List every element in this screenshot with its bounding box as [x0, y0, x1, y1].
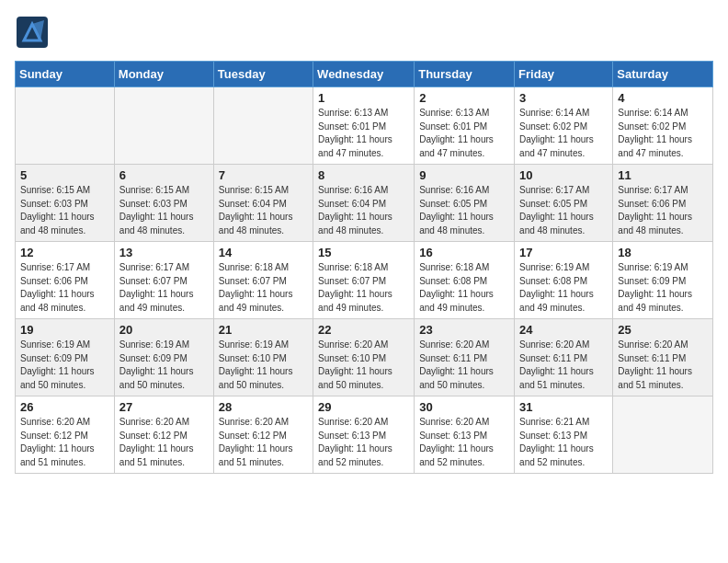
day-info: Sunrise: 6:18 AM Sunset: 6:07 PM Dayligh…	[219, 261, 308, 315]
calendar-day-cell: 30Sunrise: 6:20 AM Sunset: 6:13 PM Dayli…	[415, 396, 515, 474]
day-number: 12	[20, 246, 109, 259]
day-info: Sunrise: 6:16 AM Sunset: 6:05 PM Dayligh…	[419, 184, 509, 237]
day-info: Sunrise: 6:19 AM Sunset: 6:10 PM Dayligh…	[219, 339, 308, 392]
day-header-saturday: Saturday	[613, 62, 713, 87]
calendar-week-row: 5Sunrise: 6:15 AM Sunset: 6:03 PM Daylig…	[16, 165, 713, 242]
calendar-day-cell: 22Sunrise: 6:20 AM Sunset: 6:10 PM Dayli…	[313, 319, 415, 396]
day-info: Sunrise: 6:20 AM Sunset: 6:12 PM Dayligh…	[219, 416, 308, 469]
day-info: Sunrise: 6:20 AM Sunset: 6:10 PM Dayligh…	[318, 339, 409, 392]
calendar-day-cell: 19Sunrise: 6:19 AM Sunset: 6:09 PM Dayli…	[16, 319, 115, 396]
day-info: Sunrise: 6:20 AM Sunset: 6:11 PM Dayligh…	[419, 339, 509, 392]
calendar-day-cell: 1Sunrise: 6:13 AM Sunset: 6:01 PM Daylig…	[313, 87, 415, 165]
day-number: 19	[20, 323, 109, 337]
day-number: 25	[618, 323, 708, 337]
day-number: 13	[119, 246, 209, 259]
calendar-day-cell	[213, 87, 313, 165]
day-header-monday: Monday	[114, 62, 213, 87]
calendar-day-cell: 28Sunrise: 6:20 AM Sunset: 6:12 PM Dayli…	[213, 396, 313, 474]
day-info: Sunrise: 6:14 AM Sunset: 6:02 PM Dayligh…	[618, 107, 708, 160]
day-number: 29	[318, 400, 409, 414]
day-header-tuesday: Tuesday	[213, 62, 313, 87]
day-info: Sunrise: 6:19 AM Sunset: 6:09 PM Dayligh…	[20, 339, 109, 392]
calendar-day-cell: 7Sunrise: 6:15 AM Sunset: 6:04 PM Daylig…	[213, 165, 313, 242]
calendar-day-cell: 20Sunrise: 6:19 AM Sunset: 6:09 PM Dayli…	[114, 319, 213, 396]
day-info: Sunrise: 6:19 AM Sunset: 6:08 PM Dayligh…	[519, 261, 608, 315]
day-info: Sunrise: 6:14 AM Sunset: 6:02 PM Dayligh…	[519, 107, 608, 160]
day-header-thursday: Thursday	[415, 62, 515, 87]
day-number: 4	[618, 91, 708, 105]
day-info: Sunrise: 6:17 AM Sunset: 6:06 PM Dayligh…	[20, 261, 109, 315]
calendar-day-cell: 31Sunrise: 6:21 AM Sunset: 6:13 PM Dayli…	[515, 396, 613, 474]
day-info: Sunrise: 6:19 AM Sunset: 6:09 PM Dayligh…	[618, 261, 708, 315]
calendar-day-cell: 8Sunrise: 6:16 AM Sunset: 6:04 PM Daylig…	[313, 165, 415, 242]
day-info: Sunrise: 6:18 AM Sunset: 6:07 PM Dayligh…	[318, 261, 409, 315]
day-number: 8	[318, 168, 409, 182]
calendar-day-cell: 4Sunrise: 6:14 AM Sunset: 6:02 PM Daylig…	[613, 87, 713, 165]
day-info: Sunrise: 6:18 AM Sunset: 6:08 PM Dayligh…	[419, 261, 509, 315]
calendar-day-cell: 29Sunrise: 6:20 AM Sunset: 6:13 PM Dayli…	[313, 396, 415, 474]
day-number: 14	[219, 246, 308, 259]
calendar-day-cell: 21Sunrise: 6:19 AM Sunset: 6:10 PM Dayli…	[213, 319, 313, 396]
calendar-header-row: SundayMondayTuesdayWednesdayThursdayFrid…	[16, 62, 713, 87]
day-number: 28	[219, 400, 308, 414]
day-info: Sunrise: 6:17 AM Sunset: 6:05 PM Dayligh…	[519, 184, 608, 237]
calendar-day-cell: 2Sunrise: 6:13 AM Sunset: 6:01 PM Daylig…	[415, 87, 515, 165]
calendar-day-cell	[613, 396, 713, 474]
day-number: 20	[119, 323, 209, 337]
day-info: Sunrise: 6:20 AM Sunset: 6:13 PM Dayligh…	[318, 416, 409, 469]
day-info: Sunrise: 6:17 AM Sunset: 6:06 PM Dayligh…	[618, 184, 708, 237]
day-number: 11	[618, 168, 708, 182]
day-info: Sunrise: 6:15 AM Sunset: 6:04 PM Dayligh…	[219, 184, 308, 237]
day-number: 31	[519, 400, 608, 414]
calendar-day-cell: 14Sunrise: 6:18 AM Sunset: 6:07 PM Dayli…	[213, 242, 313, 319]
day-number: 18	[618, 246, 708, 259]
calendar-day-cell: 24Sunrise: 6:20 AM Sunset: 6:11 PM Dayli…	[515, 319, 613, 396]
day-info: Sunrise: 6:13 AM Sunset: 6:01 PM Dayligh…	[419, 107, 509, 160]
day-number: 6	[119, 168, 209, 182]
calendar-day-cell: 5Sunrise: 6:15 AM Sunset: 6:03 PM Daylig…	[16, 165, 115, 242]
page-header	[15, 15, 713, 50]
day-header-wednesday: Wednesday	[313, 62, 415, 87]
calendar-day-cell: 6Sunrise: 6:15 AM Sunset: 6:03 PM Daylig…	[114, 165, 213, 242]
calendar-day-cell: 11Sunrise: 6:17 AM Sunset: 6:06 PM Dayli…	[613, 165, 713, 242]
calendar-day-cell	[114, 87, 213, 165]
calendar-day-cell: 23Sunrise: 6:20 AM Sunset: 6:11 PM Dayli…	[415, 319, 515, 396]
calendar-day-cell: 18Sunrise: 6:19 AM Sunset: 6:09 PM Dayli…	[613, 242, 713, 319]
day-header-sunday: Sunday	[16, 62, 115, 87]
calendar-day-cell: 26Sunrise: 6:20 AM Sunset: 6:12 PM Dayli…	[16, 396, 115, 474]
day-number: 24	[519, 323, 608, 337]
day-number: 27	[119, 400, 209, 414]
day-info: Sunrise: 6:17 AM Sunset: 6:07 PM Dayligh…	[119, 261, 209, 315]
calendar-table: SundayMondayTuesdayWednesdayThursdayFrid…	[15, 61, 713, 474]
day-number: 26	[20, 400, 109, 414]
day-number: 23	[419, 323, 509, 337]
calendar-day-cell: 9Sunrise: 6:16 AM Sunset: 6:05 PM Daylig…	[415, 165, 515, 242]
calendar-day-cell: 27Sunrise: 6:20 AM Sunset: 6:12 PM Dayli…	[114, 396, 213, 474]
day-info: Sunrise: 6:20 AM Sunset: 6:12 PM Dayligh…	[20, 416, 109, 469]
calendar-day-cell	[16, 87, 115, 165]
day-info: Sunrise: 6:20 AM Sunset: 6:11 PM Dayligh…	[519, 339, 608, 392]
calendar-day-cell: 17Sunrise: 6:19 AM Sunset: 6:08 PM Dayli…	[515, 242, 613, 319]
day-info: Sunrise: 6:19 AM Sunset: 6:09 PM Dayligh…	[119, 339, 209, 392]
day-number: 16	[419, 246, 509, 259]
day-number: 17	[519, 246, 608, 259]
calendar-day-cell: 15Sunrise: 6:18 AM Sunset: 6:07 PM Dayli…	[313, 242, 415, 319]
calendar-day-cell: 13Sunrise: 6:17 AM Sunset: 6:07 PM Dayli…	[114, 242, 213, 319]
day-info: Sunrise: 6:20 AM Sunset: 6:12 PM Dayligh…	[119, 416, 209, 469]
day-number: 21	[219, 323, 308, 337]
calendar-week-row: 1Sunrise: 6:13 AM Sunset: 6:01 PM Daylig…	[16, 87, 713, 165]
day-number: 3	[519, 91, 608, 105]
day-number: 2	[419, 91, 509, 105]
calendar-day-cell: 3Sunrise: 6:14 AM Sunset: 6:02 PM Daylig…	[515, 87, 613, 165]
day-number: 7	[219, 168, 308, 182]
calendar-day-cell: 25Sunrise: 6:20 AM Sunset: 6:11 PM Dayli…	[613, 319, 713, 396]
day-info: Sunrise: 6:16 AM Sunset: 6:04 PM Dayligh…	[318, 184, 409, 237]
day-number: 10	[519, 168, 608, 182]
day-number: 1	[318, 91, 409, 105]
day-info: Sunrise: 6:20 AM Sunset: 6:11 PM Dayligh…	[618, 339, 708, 392]
calendar-week-row: 26Sunrise: 6:20 AM Sunset: 6:12 PM Dayli…	[16, 396, 713, 474]
day-info: Sunrise: 6:15 AM Sunset: 6:03 PM Dayligh…	[119, 184, 209, 237]
calendar-week-row: 12Sunrise: 6:17 AM Sunset: 6:06 PM Dayli…	[16, 242, 713, 319]
day-number: 22	[318, 323, 409, 337]
day-info: Sunrise: 6:13 AM Sunset: 6:01 PM Dayligh…	[318, 107, 409, 160]
